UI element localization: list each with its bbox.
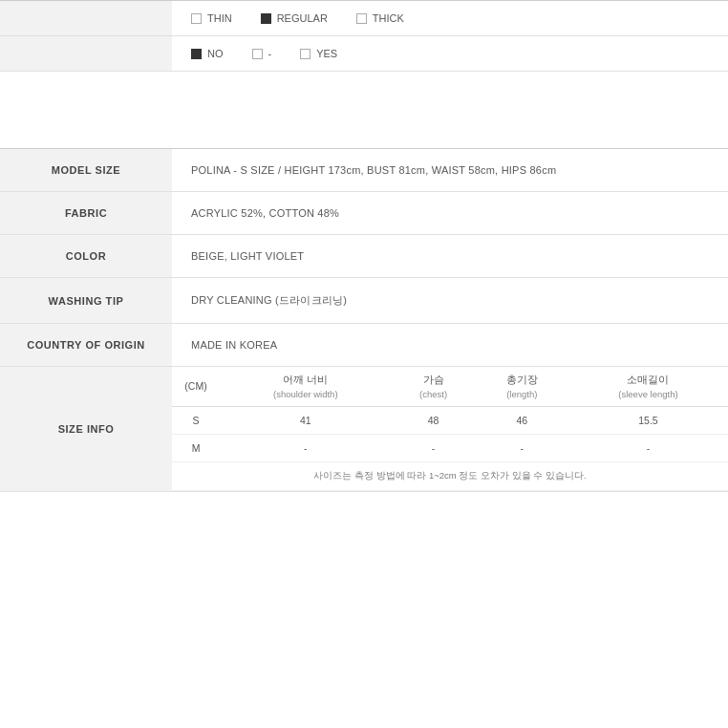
spacer: [0, 72, 728, 148]
thickness-option-regular: REGULAR: [261, 12, 328, 24]
thickness-radio-group: THIN REGULAR THICK: [191, 12, 709, 24]
info-label-2: COLOR: [0, 235, 172, 278]
size-cell-1-4: -: [568, 435, 728, 462]
lining-label: [0, 36, 172, 72]
radio-box-lining-no: [191, 49, 202, 59]
lining-radio-group: NO - YES: [191, 48, 709, 59]
radio-label-lining-dash: -: [268, 48, 272, 59]
radio-label-lining-no: NO: [207, 48, 224, 59]
lining-option-yes: YES: [300, 48, 337, 59]
thickness-option-thick: THICK: [356, 12, 404, 24]
col-header-chest: 가슴(chest): [392, 367, 476, 407]
info-value-1: ACRYLIC 52%, COTTON 48%: [172, 192, 728, 235]
info-label-4: COUNTRY OF ORIGIN: [0, 324, 172, 367]
lining-options: NO - YES: [172, 36, 728, 72]
size-info-value-cell: (CM)어깨 너비(shoulder width)가슴(chest)총기장(le…: [172, 367, 728, 492]
info-label-3: WASHING TIP: [0, 278, 172, 324]
radio-box-thin: [191, 13, 202, 24]
thickness-options: THIN REGULAR THICK: [172, 1, 728, 36]
size-measurements-table: (CM)어깨 너비(shoulder width)가슴(chest)총기장(le…: [172, 367, 728, 491]
size-info-label: SIZE INFO: [0, 367, 172, 492]
info-value-4: MADE IN KOREA: [172, 324, 728, 367]
col-header-length: 총기장(length): [476, 367, 568, 407]
size-cell-1-2: -: [392, 435, 476, 462]
info-row-4: COUNTRY OF ORIGIN MADE IN KOREA: [0, 324, 728, 367]
info-label-0: MODEL SIZE: [0, 149, 172, 192]
size-cell-1-0: M: [172, 435, 220, 462]
radio-label-lining-yes: YES: [316, 48, 337, 59]
info-row-2: COLOR BEIGE, LIGHT VIOLET: [0, 235, 728, 278]
size-note: 사이즈는 측정 방법에 따라 1~2cm 정도 오차가 있을 수 있습니다.: [172, 462, 728, 491]
size-row-1: M----: [172, 435, 728, 462]
info-row-0: MODEL SIZE POLINA - S SIZE / HEIGHT 173c…: [0, 149, 728, 192]
info-value-2: BEIGE, LIGHT VIOLET: [172, 235, 728, 278]
col-header-shoulder: 어깨 너비(shoulder width): [220, 367, 392, 407]
size-cell-0-1: 41: [220, 407, 392, 435]
thickness-label: [0, 1, 172, 36]
info-table: MODEL SIZE POLINA - S SIZE / HEIGHT 173c…: [0, 148, 728, 492]
radio-box-lining-dash: [252, 49, 263, 59]
radio-label-thin: THIN: [207, 12, 232, 24]
col-header-cm: (CM): [172, 367, 220, 407]
lining-row: NO - YES: [0, 36, 728, 72]
size-cell-0-4: 15.5: [568, 407, 728, 435]
size-note-row: 사이즈는 측정 방법에 따라 1~2cm 정도 오차가 있을 수 있습니다.: [172, 462, 728, 491]
size-row-0: S41484615.5: [172, 407, 728, 435]
radio-box-lining-yes: [300, 49, 310, 59]
lining-option-no: NO: [191, 48, 224, 59]
size-cell-0-0: S: [172, 407, 220, 435]
thickness-row: THIN REGULAR THICK: [0, 1, 728, 36]
radio-label-thick: THICK: [373, 12, 404, 24]
radio-label-regular: REGULAR: [277, 12, 328, 24]
size-info-row: SIZE INFO(CM)어깨 너비(shoulder width)가슴(che…: [0, 367, 728, 492]
info-row-3: WASHING TIP DRY CLEANING (드라이크리닝): [0, 278, 728, 324]
info-row-1: FABRIC ACRYLIC 52%, COTTON 48%: [0, 192, 728, 235]
size-cell-1-3: -: [476, 435, 568, 462]
info-value-3: DRY CLEANING (드라이크리닝): [172, 278, 728, 324]
info-label-1: FABRIC: [0, 192, 172, 235]
size-cell-1-1: -: [220, 435, 392, 462]
col-header-sleeve: 소매길이(sleeve length): [568, 367, 728, 407]
thickness-option-thin: THIN: [191, 12, 232, 24]
lining-option-dash: -: [252, 48, 272, 59]
radio-box-thick: [356, 13, 367, 24]
size-cell-0-2: 48: [392, 407, 476, 435]
radio-box-regular: [261, 13, 271, 24]
size-cell-0-3: 46: [476, 407, 568, 435]
info-value-0: POLINA - S SIZE / HEIGHT 173cm, BUST 81c…: [172, 149, 728, 192]
top-attributes-table: THIN REGULAR THICK NO - YES: [0, 0, 728, 72]
